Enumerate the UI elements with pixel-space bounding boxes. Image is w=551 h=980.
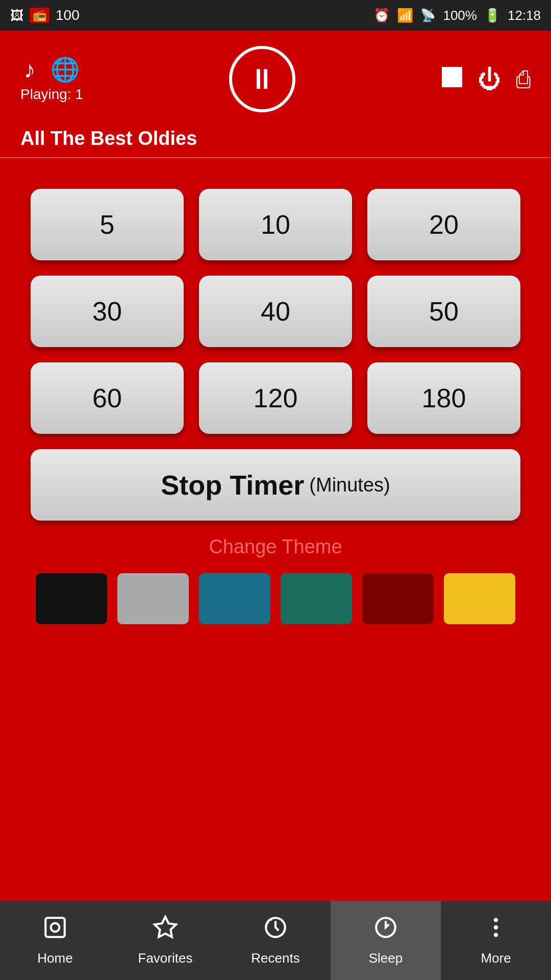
nav-more-label: More: [481, 950, 511, 966]
timer-grid: 5 10 20 30 40 50 60 120 180: [31, 189, 520, 434]
more-icon: [483, 915, 509, 946]
svg-point-6: [494, 925, 498, 929]
timer-5-button[interactable]: 5: [31, 189, 184, 260]
status-right: ⏰ 📶 📡 100% 🔋 12:18: [373, 8, 541, 23]
timer-40-button[interactable]: 40: [199, 276, 352, 347]
theme-swatches: [36, 573, 515, 624]
timer-50-button[interactable]: 50: [367, 276, 520, 347]
pause-button[interactable]: ⏸: [229, 46, 295, 112]
globe-icon-button[interactable]: 🌐: [51, 56, 80, 83]
theme-dark-red[interactable]: [362, 573, 434, 624]
pause-icon: ⏸: [248, 65, 277, 93]
nav-home-label: Home: [37, 950, 72, 966]
photo-icon: 🖼: [10, 8, 23, 23]
clock: 12:18: [508, 8, 541, 23]
timer-60-button[interactable]: 60: [31, 362, 184, 434]
svg-rect-0: [45, 918, 65, 937]
signal-icon: 📡: [420, 8, 436, 22]
nav-sleep[interactable]: Sleep: [331, 901, 441, 980]
nav-favorites-label: Favorites: [138, 950, 193, 966]
status-left: 🖼 📻 100: [10, 7, 80, 23]
wifi-icon: 📶: [397, 8, 413, 23]
theme-gray[interactable]: [117, 573, 189, 624]
svg-point-7: [494, 933, 498, 937]
timer-120-button[interactable]: 120: [199, 362, 352, 434]
top-right-icons: ⏻ ⎙: [442, 65, 531, 93]
theme-teal[interactable]: [281, 573, 352, 624]
station-title: All The Best Oldies: [20, 128, 531, 150]
stop-icon: [442, 67, 462, 87]
nav-more[interactable]: More: [441, 901, 551, 980]
radio-icon: 📻: [30, 8, 49, 23]
nav-recents[interactable]: Recents: [220, 901, 331, 980]
nav-sleep-label: Sleep: [369, 950, 403, 966]
theme-blue[interactable]: [199, 573, 270, 624]
stop-timer-label: Stop Timer: [161, 469, 304, 501]
top-left-icons: ♪ 🌐 Playing: 1: [20, 56, 83, 103]
top-controls: ♪ 🌐 Playing: 1 ⏸ ⏻ ⎙: [0, 31, 551, 122]
share-button[interactable]: ⎙: [516, 65, 531, 93]
stop-button[interactable]: [442, 65, 462, 93]
svg-point-1: [51, 923, 60, 932]
battery-percent: 100%: [443, 8, 477, 23]
svg-marker-2: [155, 917, 176, 937]
status-bar: 🖼 📻 100 ⏰ 📶 📡 100% 🔋 12:18: [0, 0, 551, 31]
stop-timer-button[interactable]: Stop Timer (Minutes): [31, 449, 520, 521]
main-content: 5 10 20 30 40 50 60 120 180 Stop Timer (…: [0, 158, 551, 901]
svg-point-5: [494, 918, 498, 922]
stop-timer-sublabel: (Minutes): [309, 474, 390, 496]
top-left-icons-inner: ♪ 🌐: [23, 56, 80, 83]
power-button[interactable]: ⏻: [478, 65, 501, 93]
signal-count: 100: [56, 7, 80, 23]
timer-20-button[interactable]: 20: [367, 189, 520, 260]
bottom-nav: Home Favorites Recents Sleep: [0, 901, 551, 980]
theme-black[interactable]: [36, 573, 107, 624]
change-theme-label: Change Theme: [209, 536, 342, 558]
timer-180-button[interactable]: 180: [367, 362, 520, 434]
favorites-icon: [153, 915, 178, 946]
nav-home[interactable]: Home: [0, 901, 110, 980]
nav-recents-label: Recents: [251, 950, 299, 966]
home-icon: [42, 915, 68, 946]
battery-icon: 🔋: [484, 8, 500, 23]
timer-10-button[interactable]: 10: [199, 189, 352, 260]
sleep-icon: [373, 915, 398, 946]
playing-label: Playing: 1: [20, 86, 83, 103]
recents-icon: [263, 915, 288, 946]
theme-yellow[interactable]: [444, 573, 515, 624]
top-icons-row: ♪ 🌐 Playing: 1 ⏸ ⏻ ⎙: [20, 46, 531, 112]
music-icon-button[interactable]: ♪: [23, 56, 35, 83]
timer-30-button[interactable]: 30: [31, 276, 184, 347]
nav-favorites[interactable]: Favorites: [110, 901, 220, 980]
station-name-section: All The Best Oldies: [0, 122, 551, 157]
alarm-icon: ⏰: [373, 8, 390, 23]
